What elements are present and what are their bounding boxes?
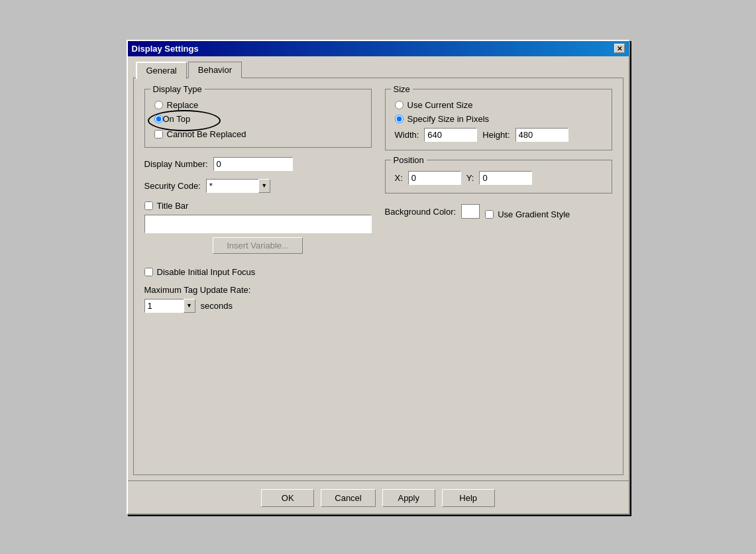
- window-content: General Behavior Display Type Rep: [128, 56, 629, 480]
- specify-size-text: Specify Size in Pixels: [407, 114, 490, 124]
- security-code-row: Security Code: ▼: [144, 179, 372, 193]
- title-bar-checkbox-label[interactable]: Title Bar: [144, 201, 372, 211]
- x-input[interactable]: [408, 171, 461, 185]
- max-tag-update-label: Maximum Tag Update Rate:: [144, 285, 372, 295]
- title-bar-label: Title Bar: [157, 201, 189, 211]
- cancel-button[interactable]: Cancel: [321, 489, 375, 507]
- size-radios: Use Current Size Specify Size in Pixels: [395, 96, 602, 124]
- ok-button[interactable]: OK: [261, 489, 314, 507]
- display-number-label: Display Number:: [144, 159, 208, 169]
- use-gradient-checkbox[interactable]: [485, 210, 494, 219]
- max-tag-update-dropdown-btn[interactable]: ▼: [184, 299, 195, 313]
- position-group: Position X: Y:: [385, 160, 612, 194]
- height-label: Height:: [482, 130, 510, 140]
- size-inputs-row: Width: Height:: [395, 128, 602, 142]
- tab-general[interactable]: General: [136, 62, 187, 79]
- use-current-size-radio[interactable]: [395, 101, 404, 109]
- x-label: X:: [395, 173, 403, 183]
- width-input[interactable]: [424, 128, 477, 142]
- disable-input-focus-checkbox[interactable]: [144, 268, 153, 276]
- close-button[interactable]: ✕: [614, 44, 625, 53]
- on-top-encircle-wrapper: On Top: [154, 114, 191, 124]
- seconds-label: seconds: [201, 301, 233, 311]
- title-bar: Display Settings ✕: [128, 41, 629, 56]
- tab-content-general: Display Type Replace On Top: [133, 78, 623, 475]
- disable-input-focus-label[interactable]: Disable Initial Input Focus: [144, 267, 256, 277]
- height-input[interactable]: [515, 128, 568, 142]
- disable-input-focus-row: Disable Initial Input Focus: [144, 262, 372, 277]
- display-type-group: Display Type Replace On Top: [144, 89, 372, 148]
- max-tag-update-dropdown-wrapper: ▼: [144, 299, 195, 313]
- use-gradient-text: Use Gradient Style: [498, 209, 570, 219]
- y-label: Y:: [466, 173, 474, 183]
- title-bar-checkbox[interactable]: [144, 201, 153, 210]
- dialog-window: Display Settings ✕ General Behavior Disp…: [127, 40, 630, 515]
- window-title: Display Settings: [132, 44, 199, 54]
- security-code-dropdown-btn[interactable]: ▼: [258, 179, 270, 193]
- background-color-swatch[interactable]: [461, 204, 480, 219]
- title-bar-section: Title Bar Insert Variable...: [144, 201, 372, 254]
- y-input[interactable]: [479, 171, 532, 185]
- background-color-label: Background Color:: [385, 207, 457, 217]
- cannot-be-replaced-text: Cannot Be Replaced: [167, 129, 246, 139]
- security-code-label: Security Code:: [144, 181, 201, 191]
- disable-input-focus-text: Disable Initial Input Focus: [157, 267, 256, 277]
- position-legend: Position: [391, 155, 427, 165]
- display-number-input[interactable]: [213, 157, 293, 171]
- max-tag-update-section: Maximum Tag Update Rate: ▼ seconds: [144, 285, 372, 313]
- security-code-input[interactable]: [206, 179, 259, 193]
- security-code-dropdown-wrapper: ▼: [206, 179, 270, 193]
- insert-variable-button[interactable]: Insert Variable...: [213, 237, 303, 254]
- tab-bar: General Behavior: [133, 62, 623, 78]
- on-top-radio-text: On Top: [163, 114, 191, 124]
- use-current-size-label[interactable]: Use Current Size: [395, 100, 602, 110]
- use-gradient-label[interactable]: Use Gradient Style: [485, 209, 570, 219]
- tab-behavior[interactable]: Behavior: [188, 62, 242, 78]
- use-current-size-text: Use Current Size: [407, 100, 473, 110]
- specify-size-label[interactable]: Specify Size in Pixels: [395, 114, 602, 124]
- display-type-legend: Display Type: [150, 84, 205, 94]
- specify-size-radio[interactable]: [395, 115, 404, 123]
- cannot-be-replaced-label[interactable]: Cannot Be Replaced: [154, 129, 362, 139]
- cannot-be-replaced-checkbox[interactable]: [154, 130, 163, 138]
- replace-radio[interactable]: [154, 101, 163, 109]
- replace-radio-label[interactable]: Replace: [154, 100, 362, 110]
- title-bar-buttons: ✕: [614, 44, 625, 53]
- apply-button[interactable]: Apply: [382, 489, 435, 507]
- display-type-radios: Replace On Top: [154, 96, 362, 124]
- right-column: Size Use Current Size Specify Size in Pi…: [385, 89, 612, 321]
- max-tag-update-input[interactable]: [144, 299, 184, 313]
- on-top-radio[interactable]: [154, 115, 163, 123]
- two-column-layout: Display Type Replace On Top: [144, 89, 612, 321]
- position-inputs-row: X: Y:: [395, 171, 602, 185]
- title-bar-text-input[interactable]: [144, 215, 372, 233]
- button-bar: OK Cancel Apply Help: [128, 480, 629, 514]
- display-number-row: Display Number:: [144, 157, 372, 171]
- background-color-row: Background Color: Use Gradient Style: [385, 204, 612, 219]
- replace-radio-text: Replace: [167, 100, 199, 110]
- help-button[interactable]: Help: [442, 489, 495, 507]
- max-tag-update-row: ▼ seconds: [144, 299, 372, 313]
- size-group: Size Use Current Size Specify Size in Pi…: [385, 89, 612, 150]
- size-legend: Size: [391, 84, 413, 94]
- left-column: Display Type Replace On Top: [144, 89, 372, 321]
- width-label: Width:: [395, 130, 419, 140]
- on-top-radio-label[interactable]: On Top: [154, 114, 362, 124]
